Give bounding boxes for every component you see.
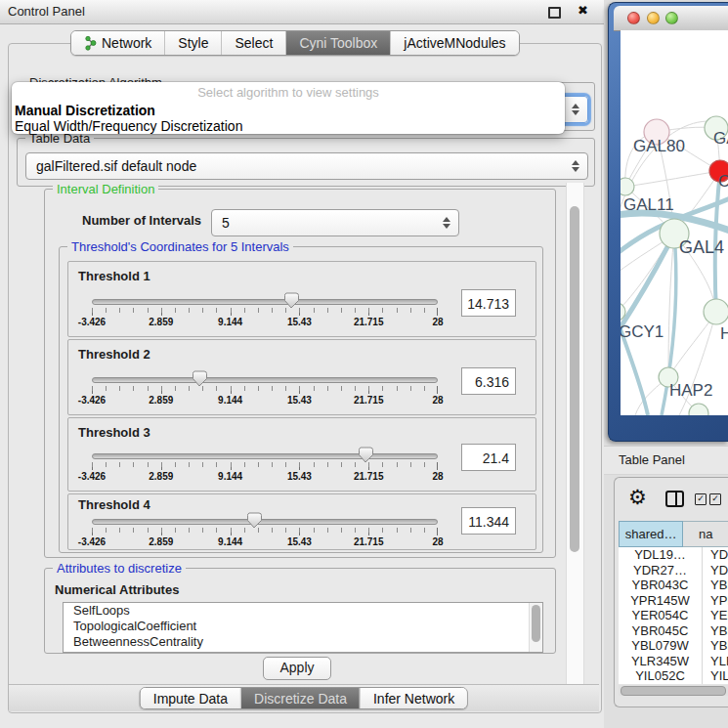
group-legend: Interval Definition <box>53 182 158 196</box>
tab-infer-network[interactable]: Infer Network <box>360 688 467 708</box>
zoom-traffic-light[interactable] <box>665 12 678 24</box>
tab-network[interactable]: Network <box>71 31 164 55</box>
node-label-partial-c: C <box>718 172 728 191</box>
combo-arrows-icon <box>567 160 584 172</box>
slider-track[interactable] <box>92 519 438 525</box>
tab-impute-data[interactable]: Impute Data <box>141 688 240 708</box>
tab-label: Style <box>178 35 208 51</box>
combo-value: galFiltered.sif default node <box>26 158 567 174</box>
table-horizontal-scrollbar[interactable] <box>619 685 728 696</box>
node-gal11[interactable] <box>621 178 634 195</box>
cyni-toolbox-panel: Discretization Algorithm Table Data galF… <box>8 43 602 713</box>
table-panel-title: Table Panel <box>619 452 685 467</box>
scrollbar-thumb[interactable] <box>570 206 579 552</box>
table-data-group: Table Data galFiltered.sif default node <box>17 138 595 187</box>
tab-jactivemnodules[interactable]: jActiveMNodules <box>390 31 518 55</box>
table-panel-window: ⚙ ✓ ✓ shared… na YDL19…YDL1 YDR27…YDR2 Y… <box>614 477 728 707</box>
threshold-2-value-field[interactable]: 6.316 <box>461 367 516 395</box>
column-header-name[interactable]: na <box>683 521 728 547</box>
table-row[interactable]: YPR145WYPR1 <box>619 593 728 609</box>
number-of-intervals-label: Number of Intervals <box>82 213 201 228</box>
group-legend: Attributes to discretize <box>53 561 186 576</box>
algorithm-dropdown-popup: Select algorithm to view settings Manual… <box>12 82 565 134</box>
numerical-attributes-label: Numerical Attributes <box>55 582 179 597</box>
node-right-mid[interactable] <box>704 299 728 324</box>
gear-icon[interactable]: ⚙ <box>628 486 647 509</box>
top-tab-bar: Network Style Select Cyni Toolbox jActiv… <box>70 30 520 56</box>
threshold-4-slider[interactable]: -3.426 2.859 9.144 15.43 21.715 28 <box>92 513 438 550</box>
node-label-partial-h: H <box>720 324 728 343</box>
tab-cyni-toolbox[interactable]: Cyni Toolbox <box>285 31 390 55</box>
popup-option-equal-width[interactable]: Equal Width/Frequency Discretization <box>12 118 565 134</box>
network-canvas[interactable]: GAL80 GA C GAL11 GAL4 GCY1 H HAP2 <box>621 30 728 415</box>
table-row[interactable]: YDR27…YDR2 <box>619 563 728 578</box>
group-legend: Threshold's Coordinates for 5 Intervals <box>67 239 293 254</box>
tab-label: Cyni Toolbox <box>299 35 377 51</box>
slider-track[interactable] <box>92 453 438 459</box>
network-view-window: GAL80 GA C GAL11 GAL4 GCY1 H HAP2 <box>608 2 728 442</box>
tab-label: Select <box>235 35 273 51</box>
node-label-gcy1: GCY1 <box>621 322 664 341</box>
threshold-3-panel: Threshold 3 -3.426 2.859 9.144 <box>67 417 536 492</box>
combo-arrows-icon <box>567 104 584 115</box>
table-row[interactable]: YBR045CYBR0 <box>619 623 728 639</box>
list-item[interactable]: SelfLoops <box>64 603 542 619</box>
tab-label: Discretize Data <box>254 691 347 707</box>
node-bottom[interactable] <box>689 404 708 415</box>
table-row[interactable]: YIL052CYIL0 <box>619 668 728 684</box>
threshold-4-value-field[interactable]: 11.344 <box>461 507 516 535</box>
apply-button[interactable]: Apply <box>263 657 331 680</box>
slider-ticks <box>92 528 438 533</box>
slider-track[interactable] <box>92 377 438 383</box>
numerical-attributes-list[interactable]: SelfLoops TopologicalCoefficient Between… <box>63 602 543 653</box>
network-window-titlebar <box>614 6 728 31</box>
checkbox-icon-2[interactable]: ✓ <box>709 493 721 505</box>
node-label-gal4: GAL4 <box>679 237 724 257</box>
threshold-3-value-field[interactable]: 21.4 <box>461 444 516 471</box>
threshold-3-slider[interactable]: -3.426 2.859 9.144 15.43 21.715 28 <box>92 448 438 485</box>
threshold-1-value-field[interactable]: 14.713 <box>461 289 516 317</box>
attributes-group: Attributes to discretize Numerical Attri… <box>44 568 556 654</box>
list-item[interactable]: BetweennessCentrality <box>64 634 542 650</box>
slider-ticks <box>92 386 438 391</box>
list-scrollbar[interactable] <box>529 603 542 652</box>
node-label-partial-top: GA <box>713 129 728 148</box>
popup-hint: Select algorithm to view settings <box>12 82 565 103</box>
table-row[interactable]: YBL079WYBL0 <box>619 638 728 654</box>
table-row[interactable]: YBR043CYBR0 <box>619 578 728 593</box>
slider-track[interactable] <box>92 299 438 305</box>
interval-definition-group: Interval Definition Number of Intervals … <box>44 189 556 558</box>
table-data-combo[interactable]: galFiltered.sif default node <box>25 152 588 180</box>
screen: Control Panel ✖ Network Style <box>0 0 728 728</box>
panel-scrollbar[interactable] <box>566 183 584 685</box>
threshold-label: Threshold 3 <box>78 425 150 440</box>
tab-select[interactable]: Select <box>221 31 285 55</box>
node-label-gal80: GAL80 <box>633 137 685 155</box>
scrollbar-thumb[interactable] <box>621 686 726 696</box>
table-row[interactable]: YER054CYER0 <box>619 608 728 623</box>
tab-discretize-data[interactable]: Discretize Data <box>240 688 360 708</box>
tab-label: Infer Network <box>373 691 454 707</box>
popup-option-manual[interactable]: Manual Discretization <box>12 103 565 118</box>
table-header-row: shared… na <box>619 521 728 547</box>
checkbox-icon-1[interactable]: ✓ <box>695 493 707 505</box>
threshold-1-slider[interactable]: -3.426 2.859 9.144 15.43 21.715 28 <box>92 293 438 330</box>
node-label-hap2: HAP2 <box>669 381 712 400</box>
close-icon[interactable]: ✖ <box>578 3 588 18</box>
column-header-shared[interactable]: shared… <box>619 521 683 547</box>
threshold-2-slider[interactable]: -3.426 2.859 9.144 15.43 21.715 28 <box>92 371 438 408</box>
window-title: Control Panel <box>8 4 85 19</box>
close-traffic-light[interactable] <box>627 12 640 24</box>
list-item[interactable]: TopologicalCoefficient <box>64 619 542 634</box>
combo-arrows-icon <box>438 217 455 229</box>
float-window-icon[interactable] <box>548 7 561 19</box>
number-of-intervals-combo[interactable]: 5 <box>211 209 459 236</box>
split-columns-icon[interactable] <box>665 491 684 507</box>
table-panel-header: Table Panel <box>604 446 728 475</box>
network-icon <box>84 35 97 51</box>
tab-style[interactable]: Style <box>164 31 221 55</box>
table-row[interactable]: YLR345WYLR3 <box>619 654 728 669</box>
minimize-traffic-light[interactable] <box>647 12 660 24</box>
threshold-label: Threshold 4 <box>78 497 150 512</box>
table-row[interactable]: YDL19…YDL1 <box>619 547 728 563</box>
